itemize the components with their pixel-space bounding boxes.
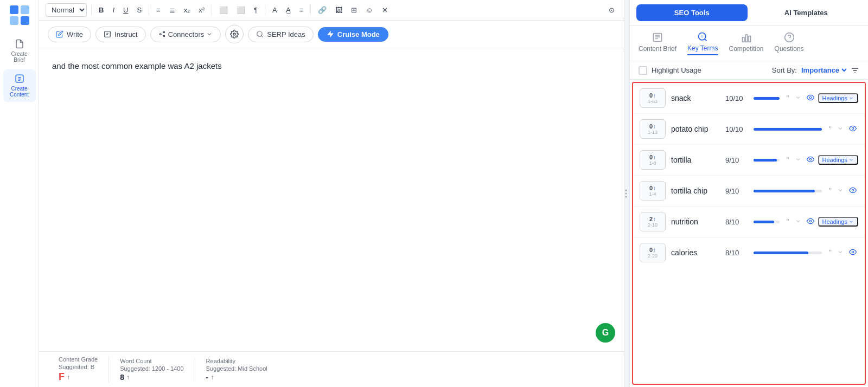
- expand-button[interactable]: ⊙: [606, 4, 617, 16]
- term-actions: " Headings: [785, 92, 858, 105]
- text-align-button[interactable]: ≡: [297, 4, 307, 16]
- svg-rect-18: [742, 37, 744, 42]
- svg-point-6: [159, 34, 161, 35]
- term-expand-button[interactable]: [835, 247, 845, 259]
- headings-chevron-icon: [848, 95, 854, 101]
- subscript-button[interactable]: x₂: [181, 4, 193, 16]
- term-headings-badge[interactable]: Headings: [818, 217, 858, 227]
- paragraph-button[interactable]: ¶: [251, 4, 260, 16]
- content-grade-stat: Content Grade Suggested: B F ↑: [48, 356, 109, 383]
- serp-ideas-button[interactable]: SERP Ideas: [248, 27, 314, 42]
- term-quote-button[interactable]: ": [827, 185, 833, 197]
- term-headings-badge[interactable]: Headings: [818, 93, 858, 103]
- term-row: 0↑ 2-20 calories 8/10 ": [633, 237, 865, 268]
- underline-button[interactable]: U: [120, 4, 131, 16]
- term-quote-button[interactable]: ": [785, 154, 791, 166]
- highlight-usage-checkbox[interactable]: [639, 66, 647, 75]
- emoji-button[interactable]: ☺: [363, 4, 375, 16]
- image-button[interactable]: 🖼: [333, 4, 345, 16]
- term-counter[interactable]: 2↑ 2-10: [640, 212, 666, 231]
- align-left-button[interactable]: ⬜: [216, 4, 231, 16]
- ordered-list-button[interactable]: ≡: [154, 4, 163, 16]
- sidebar-item-create-brief[interactable]: Create Brief: [3, 35, 36, 67]
- term-counter[interactable]: 0↑ 1-4: [640, 181, 666, 201]
- cruise-mode-button[interactable]: Cruise Mode: [318, 27, 388, 42]
- readability-stat: Readability Suggested: Mid School - ↑: [195, 358, 278, 382]
- term-bar-bg: [754, 159, 780, 162]
- bold-button[interactable]: B: [96, 4, 106, 16]
- instruct-icon: [104, 30, 111, 38]
- content-grade-sub: Suggested: B: [59, 364, 98, 370]
- term-quote-button[interactable]: ": [785, 92, 791, 104]
- term-bar-bg: [754, 251, 822, 254]
- editor-content[interactable]: and the most common example was A2 jacke…: [39, 48, 624, 351]
- superscript-button[interactable]: x²: [196, 4, 207, 16]
- format-select[interactable]: Normal: [46, 3, 87, 17]
- panel-top-tabs: SEO Tools AI Templates: [630, 0, 868, 26]
- write-button[interactable]: Write: [48, 27, 91, 42]
- highlight-button[interactable]: A̲: [283, 4, 293, 16]
- tab-key-terms[interactable]: Key Terms: [687, 31, 718, 55]
- term-counter[interactable]: 0↑ 2-20: [640, 243, 666, 262]
- italic-button[interactable]: I: [110, 4, 117, 16]
- connectors-icon: [158, 30, 166, 38]
- term-bar-bg: [754, 128, 822, 131]
- term-expand-button[interactable]: [793, 154, 803, 166]
- align-right-button[interactable]: ⬜: [234, 4, 248, 16]
- term-actions: ": [827, 123, 858, 136]
- strikethrough-button[interactable]: S: [134, 4, 144, 16]
- svg-point-23: [852, 127, 854, 130]
- ai-templates-tab[interactable]: AI Templates: [751, 4, 862, 21]
- term-score: 9/10: [725, 156, 749, 164]
- term-eye-button[interactable]: [847, 185, 858, 197]
- connectors-button[interactable]: Connectors: [150, 27, 221, 42]
- term-eye-button[interactable]: [805, 216, 816, 228]
- instruct-button[interactable]: Instruct: [95, 27, 146, 42]
- term-counter[interactable]: 0↑ 1-63: [640, 88, 666, 108]
- tab-questions[interactable]: Questions: [775, 32, 804, 55]
- term-bar-fill: [754, 159, 777, 162]
- tab-content-brief[interactable]: Content Brief: [639, 32, 676, 55]
- tab-content-brief-label: Content Brief: [639, 45, 676, 53]
- term-bar-fill: [754, 97, 780, 100]
- sort-select[interactable]: Importance: [799, 66, 848, 75]
- term-eye-button[interactable]: [847, 247, 858, 259]
- chevron-down-icon: [795, 94, 801, 101]
- svg-point-8: [163, 35, 164, 36]
- term-expand-button[interactable]: [793, 92, 803, 104]
- sidebar-item-create-content[interactable]: Create Content: [3, 69, 36, 102]
- term-expand-button[interactable]: [793, 216, 803, 228]
- term-eye-button[interactable]: [847, 123, 858, 136]
- term-quote-button[interactable]: ": [827, 123, 833, 135]
- term-quote-button[interactable]: ": [785, 216, 791, 228]
- unordered-list-button[interactable]: ≣: [167, 4, 178, 16]
- lightning-icon: [327, 30, 334, 38]
- settings-button[interactable]: [225, 25, 244, 43]
- seo-tools-tab[interactable]: SEO Tools: [636, 4, 748, 21]
- term-expand-button[interactable]: [835, 185, 845, 197]
- brief-icon: [652, 32, 663, 43]
- term-eye-button[interactable]: [805, 154, 816, 166]
- term-expand-button[interactable]: [835, 123, 845, 135]
- term-headings-badge[interactable]: Headings: [818, 155, 858, 165]
- font-color-button[interactable]: A: [270, 4, 280, 16]
- highlight-usage-row: Highlight Usage Sort By: Importance: [630, 61, 868, 80]
- link-button[interactable]: 🔗: [315, 4, 329, 16]
- table-button[interactable]: ⊞: [348, 4, 360, 16]
- grammarly-button[interactable]: G: [596, 323, 615, 343]
- panel-resizer[interactable]: [624, 0, 629, 387]
- term-eye-button[interactable]: [805, 92, 816, 105]
- readability-label: Readability: [206, 358, 267, 364]
- term-counter[interactable]: 0↑ 1-13: [640, 119, 666, 139]
- svg-rect-3: [21, 16, 29, 25]
- editor-toolbar: Normal B I U S ≡ ≣ x₂ x² ⬜ ⬜ ¶ A A̲ ≡ 🔗 …: [39, 0, 624, 21]
- svg-rect-20: [749, 36, 750, 42]
- term-score: 10/10: [725, 94, 749, 102]
- svg-rect-1: [21, 5, 29, 14]
- clear-format-button[interactable]: ✕: [379, 4, 391, 16]
- headings-chevron-icon: [848, 219, 854, 224]
- term-counter[interactable]: 0↑ 1-8: [640, 150, 666, 170]
- tab-competition[interactable]: Competition: [729, 32, 764, 55]
- sort-icon[interactable]: [851, 66, 859, 75]
- term-quote-button[interactable]: ": [827, 247, 833, 259]
